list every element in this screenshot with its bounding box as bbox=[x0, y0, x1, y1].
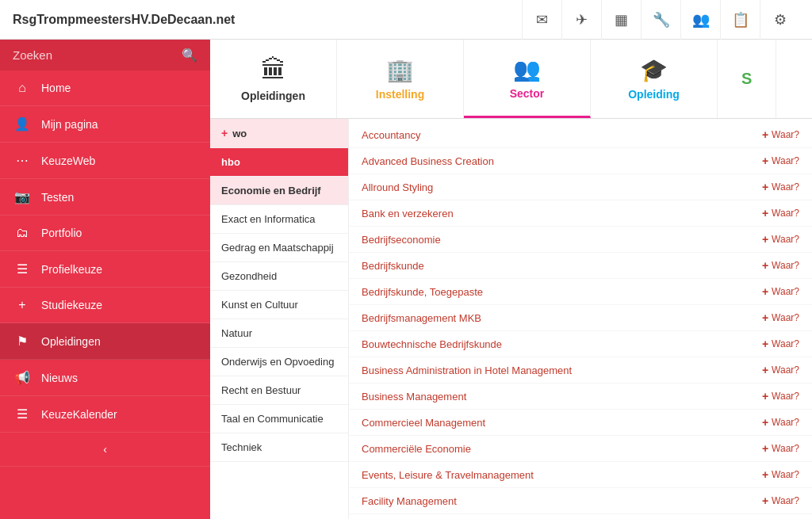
send-icon[interactable]: ✈ bbox=[561, 0, 601, 40]
portfolio-icon: 🗂 bbox=[13, 226, 32, 240]
category-wo-label: wo bbox=[232, 128, 247, 139]
nieuws-icon: 📢 bbox=[13, 370, 32, 385]
link-bank-verzekeren[interactable]: Bank en verzekeren bbox=[362, 208, 454, 219]
list-item: Allround Styling + Waar? bbox=[349, 174, 812, 200]
waar-bedrijfsmanagement-mkb[interactable]: + Waar? bbox=[762, 311, 799, 324]
category-recht-bestuur[interactable]: Recht en Bestuur bbox=[210, 376, 348, 405]
link-bedrijfskunde-toegepaste[interactable]: Bedrijfskunde, Toegepaste bbox=[362, 286, 483, 298]
table-icon[interactable]: ▦ bbox=[601, 0, 641, 40]
tab-sector[interactable]: 👥 Sector bbox=[464, 40, 591, 118]
waar-bedrijfskunde[interactable]: + Waar? bbox=[762, 259, 799, 272]
mail-icon[interactable]: ✉ bbox=[522, 0, 561, 40]
plus-icon: + bbox=[762, 181, 768, 193]
link-business-admin-hotel[interactable]: Business Administration in Hotel Managem… bbox=[362, 364, 572, 376]
link-commercieel-management[interactable]: Commercieel Management bbox=[362, 417, 485, 429]
plus-icon: + bbox=[762, 390, 768, 403]
link-events-leisure[interactable]: Events, Leisure & Travelmanagement bbox=[362, 469, 534, 481]
category-economie-bedrijf[interactable]: Economie en Bedrijf bbox=[210, 177, 348, 205]
link-business-management[interactable]: Business Management bbox=[362, 391, 466, 403]
sector-tab-icon: 👥 bbox=[513, 56, 541, 82]
category-techniek[interactable]: Techniek bbox=[210, 433, 348, 462]
list-item: Bedrijfsmanagement MKB + Waar? bbox=[349, 305, 812, 331]
link-bedrijfsmanagement-mkb[interactable]: Bedrijfsmanagement MKB bbox=[362, 312, 481, 324]
plus-icon: + bbox=[762, 285, 768, 298]
plus-icon: + bbox=[762, 259, 768, 272]
plus-icon: + bbox=[762, 207, 768, 219]
waar-bouwtechnische[interactable]: + Waar? bbox=[762, 338, 799, 350]
sidebar-item-opleidingen[interactable]: ⚑ Opleidingen bbox=[0, 323, 210, 360]
waar-commercieel-management[interactable]: + Waar? bbox=[762, 416, 799, 429]
tab-instelling[interactable]: 🏢 Instelling bbox=[337, 40, 464, 118]
waar-commerciele-economie[interactable]: + Waar? bbox=[762, 442, 799, 455]
tab-opleiding-label: Opleiding bbox=[628, 88, 680, 101]
plus-icon: + bbox=[762, 128, 768, 141]
list-item: Business Management + Waar? bbox=[349, 384, 812, 410]
sidebar-item-home[interactable]: ⌂ Home bbox=[0, 71, 210, 106]
plus-icon: + bbox=[762, 442, 768, 455]
plus-icon: + bbox=[762, 494, 768, 507]
waar-advanced-business[interactable]: + Waar? bbox=[762, 155, 799, 167]
waar-facility-management[interactable]: + Waar? bbox=[762, 494, 799, 507]
search-bar: 🔍 bbox=[0, 40, 210, 71]
sidebar-item-studiekeuze[interactable]: + Studiekeuze bbox=[0, 288, 210, 323]
list-item: Commerciële Economie + Waar? bbox=[349, 436, 812, 462]
waar-business-management[interactable]: + Waar? bbox=[762, 390, 799, 403]
list-item: Advanced Business Creation + Waar? bbox=[349, 148, 812, 174]
link-facility-management[interactable]: Facility Management bbox=[362, 495, 457, 507]
sidebar-item-mijn-pagina-label: Mijn pagina bbox=[41, 118, 98, 131]
tools-icon[interactable]: 🔧 bbox=[641, 0, 680, 40]
sidebar-item-nieuws-label: Nieuws bbox=[41, 372, 78, 384]
category-gezondheid[interactable]: Gezondheid bbox=[210, 262, 348, 291]
sidebar-item-keuzekalender[interactable]: ☰ KeuzeKalender bbox=[0, 396, 210, 433]
link-bedrijfseconomie[interactable]: Bedrijfseconomie bbox=[362, 234, 441, 246]
tab-opleidingen[interactable]: 🏛 Opleidingen bbox=[210, 40, 337, 118]
category-natuur[interactable]: Natuur bbox=[210, 319, 348, 348]
waar-business-admin-hotel[interactable]: + Waar? bbox=[762, 364, 799, 376]
list-item: Facility Management + Waar? bbox=[349, 488, 812, 514]
category-gedrag-maatschappij[interactable]: Gedrag en Maatschappij bbox=[210, 234, 348, 262]
list-item: Accountancy + Waar? bbox=[349, 122, 812, 148]
waar-bedrijfseconomie[interactable]: + Waar? bbox=[762, 233, 799, 246]
sidebar-item-nieuws[interactable]: 📢 Nieuws bbox=[0, 360, 210, 396]
search-icon[interactable]: 🔍 bbox=[182, 48, 197, 63]
plus-icon: + bbox=[762, 416, 768, 429]
link-accountancy[interactable]: Accountancy bbox=[362, 129, 420, 141]
link-bedrijfskunde[interactable]: Bedrijfskunde bbox=[362, 260, 424, 272]
category-recht-label: Recht en Bestuur bbox=[221, 384, 301, 396]
category-onderwijs-label: Onderwijs en Opvoeding bbox=[221, 356, 334, 368]
sidebar-item-keuzekalender-label: KeuzeKalender bbox=[41, 408, 117, 421]
sidebar-item-keuzeweb-label: KeuzeWeb bbox=[41, 155, 95, 167]
category-kunst-cultuur[interactable]: Kunst en Cultuur bbox=[210, 291, 348, 319]
search-input[interactable] bbox=[13, 48, 182, 62]
tab-extra[interactable]: S bbox=[718, 40, 776, 118]
settings-icon[interactable]: ⚙ bbox=[760, 0, 799, 40]
sidebar-item-portfolio[interactable]: 🗂 Portfolio bbox=[0, 216, 210, 251]
tab-opleiding[interactable]: 🎓 Opleiding bbox=[591, 40, 718, 118]
category-exact-informatica[interactable]: Exact en Informatica bbox=[210, 205, 348, 234]
category-gedrag-label: Gedrag en Maatschappij bbox=[221, 242, 334, 254]
home-icon: ⌂ bbox=[13, 81, 32, 95]
sidebar-item-profielkeuze[interactable]: ☰ Profielkeuze bbox=[0, 251, 210, 288]
main-layout: 🔍 ⌂ Home 👤 Mijn pagina ⋯ KeuzeWeb 📷 Test… bbox=[0, 40, 812, 519]
users-icon[interactable]: 👥 bbox=[680, 0, 720, 40]
waar-allround-styling[interactable]: + Waar? bbox=[762, 181, 799, 193]
sidebar-item-keuzeweb[interactable]: ⋯ KeuzeWeb bbox=[0, 143, 210, 179]
waar-bank-verzekeren[interactable]: + Waar? bbox=[762, 207, 799, 219]
category-wo[interactable]: + wo bbox=[210, 119, 348, 148]
testen-icon: 📷 bbox=[13, 189, 32, 204]
link-commerciele-economie[interactable]: Commerciële Economie bbox=[362, 443, 471, 455]
waar-accountancy[interactable]: + Waar? bbox=[762, 128, 799, 141]
link-bouwtechnische[interactable]: Bouwtechnische Bedrijfskunde bbox=[362, 338, 502, 350]
waar-events-leisure[interactable]: + Waar? bbox=[762, 468, 799, 481]
sidebar-item-profielkeuze-label: Profielkeuze bbox=[41, 263, 102, 276]
category-taal-communicatie[interactable]: Taal en Communicatie bbox=[210, 405, 348, 433]
category-hbo[interactable]: hbo bbox=[210, 148, 348, 177]
sidebar-item-mijn-pagina[interactable]: 👤 Mijn pagina bbox=[0, 106, 210, 143]
sidebar-item-testen[interactable]: 📷 Testen bbox=[0, 179, 210, 216]
category-onderwijs-opvoeding[interactable]: Onderwijs en Opvoeding bbox=[210, 348, 348, 376]
link-allround-styling[interactable]: Allround Styling bbox=[362, 181, 433, 193]
waar-bedrijfskunde-toegepaste[interactable]: + Waar? bbox=[762, 285, 799, 298]
sidebar-collapse-btn[interactable]: ‹ bbox=[0, 433, 210, 467]
link-advanced-business[interactable]: Advanced Business Creation bbox=[362, 155, 494, 167]
document-icon[interactable]: 📋 bbox=[720, 0, 760, 40]
